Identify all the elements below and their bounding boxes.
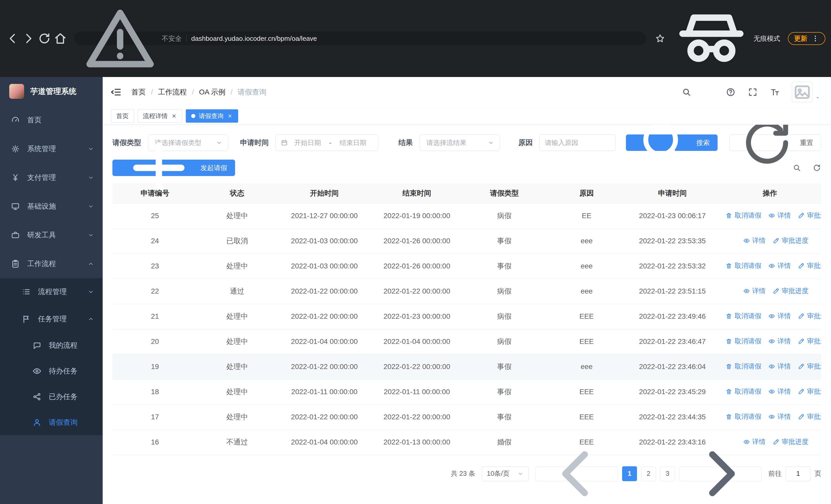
table-search-icon[interactable] bbox=[793, 164, 801, 172]
sidebar-item-workflow[interactable]: 工作流程 bbox=[0, 249, 103, 278]
sidebar-item-system[interactable]: 系统管理 bbox=[0, 135, 103, 163]
goto-page-input[interactable] bbox=[786, 466, 810, 481]
menu-dots-icon[interactable] bbox=[811, 35, 819, 42]
close-icon[interactable] bbox=[171, 113, 177, 119]
sidebar-item-payment[interactable]: 支付管理 bbox=[0, 163, 103, 192]
prev-page-button[interactable] bbox=[535, 466, 618, 481]
table-refresh-icon[interactable] bbox=[812, 164, 821, 172]
sidebar-item-done-tasks[interactable]: 已办任务 bbox=[0, 384, 103, 410]
back-icon[interactable] bbox=[6, 32, 20, 46]
progress-action-link[interactable]: 审批进度 bbox=[798, 211, 821, 220]
tag-tab[interactable]: 流程详情 bbox=[138, 109, 182, 123]
progress-action-link[interactable]: 审批进度 bbox=[773, 287, 808, 295]
sidebar-item-infra[interactable]: 基础设施 bbox=[0, 192, 103, 221]
cell-applied: 2022-01-22 23:53:35 bbox=[626, 228, 718, 254]
breadcrumb-item[interactable]: 工作流程 bbox=[158, 87, 187, 97]
sidebar-item-process-mgmt[interactable]: 流程管理 bbox=[0, 278, 103, 305]
detail-action-link[interactable]: 详情 bbox=[743, 287, 766, 295]
progress-action-link[interactable]: 审批进度 bbox=[798, 312, 821, 321]
date-range-picker[interactable]: 开始日期 - 结束日期 bbox=[276, 135, 378, 151]
search-button[interactable]: 搜索 bbox=[626, 135, 718, 151]
cancel-action-link[interactable]: 取消请假 bbox=[725, 337, 761, 346]
update-button[interactable]: 更新 bbox=[788, 32, 825, 45]
fullscreen-icon[interactable] bbox=[748, 87, 757, 97]
detail-action-link[interactable]: 详情 bbox=[768, 412, 791, 421]
help-icon[interactable] bbox=[726, 87, 736, 97]
close-icon[interactable] bbox=[227, 113, 233, 119]
sidebar-item-leave-query[interactable]: 请假查询 bbox=[0, 410, 103, 435]
user-avatar-menu[interactable] bbox=[792, 82, 820, 102]
progress-action-link[interactable]: 审批进度 bbox=[798, 362, 821, 371]
breadcrumb-item[interactable]: 首页 bbox=[132, 87, 146, 97]
progress-action-link[interactable]: 审批进度 bbox=[773, 437, 808, 446]
cancel-action-link[interactable]: 取消请假 bbox=[725, 362, 761, 371]
tag-tab[interactable]: 首页 bbox=[111, 109, 134, 123]
update-label: 更新 bbox=[794, 34, 807, 43]
address-bar[interactable]: 不安全 dashboard.yudao.iocoder.cn/bpm/oa/le… bbox=[75, 32, 646, 45]
chevron-down-icon bbox=[87, 145, 94, 152]
page-button-3[interactable]: 3 bbox=[660, 466, 675, 481]
breadcrumb-item[interactable]: OA 示例 bbox=[199, 87, 226, 97]
search-icon[interactable] bbox=[682, 87, 691, 97]
cancel-action-link[interactable]: 取消请假 bbox=[725, 312, 761, 321]
cell-id: 21 bbox=[112, 304, 197, 329]
progress-action-link[interactable]: 审批进度 bbox=[798, 412, 821, 421]
content: 请假类型 请选择请假类型 申请时间 开始日期 - 结束日期 结果 请选择流 bbox=[103, 125, 831, 504]
progress-action-link[interactable]: 审批进度 bbox=[773, 236, 808, 245]
detail-action-link[interactable]: 详情 bbox=[768, 387, 791, 396]
page-button-1[interactable]: 1 bbox=[622, 466, 637, 481]
sidebar-item-my-process[interactable]: 我的流程 bbox=[0, 333, 103, 358]
result-placeholder: 请选择流结果 bbox=[425, 138, 487, 147]
trash-icon bbox=[725, 413, 732, 420]
sidebar-item-todo-tasks[interactable]: 待办任务 bbox=[0, 358, 103, 384]
detail-action-link[interactable]: 详情 bbox=[743, 236, 766, 245]
reload-icon[interactable] bbox=[37, 32, 51, 46]
detail-action-link[interactable]: 详情 bbox=[768, 337, 791, 346]
cancel-action-link[interactable]: 取消请假 bbox=[725, 211, 761, 220]
font-size-icon[interactable] bbox=[770, 87, 780, 97]
incognito-icon bbox=[673, 0, 750, 77]
detail-action-link[interactable]: 详情 bbox=[768, 312, 791, 321]
page-size-select[interactable]: 10条/页 bbox=[482, 466, 529, 481]
tag-tab[interactable]: 请假查询 bbox=[186, 109, 238, 123]
forward-icon[interactable] bbox=[22, 32, 35, 46]
cell-type: 婚假 bbox=[462, 429, 547, 455]
sidebar-item-devtools[interactable]: 研发工具 bbox=[0, 221, 103, 249]
progress-action-link[interactable]: 审批进度 bbox=[798, 387, 821, 396]
result-select[interactable]: 请选择流结果 bbox=[420, 135, 500, 151]
breadcrumb-separator: / bbox=[230, 88, 232, 96]
cancel-action-link[interactable]: 取消请假 bbox=[725, 412, 761, 421]
sidebar-item-label: 流程管理 bbox=[38, 287, 67, 297]
reason-input[interactable] bbox=[545, 139, 610, 147]
cell-id: 25 bbox=[112, 203, 197, 228]
create-leave-button[interactable]: 发起请假 bbox=[112, 159, 235, 176]
github-icon[interactable] bbox=[704, 87, 713, 97]
home-icon[interactable] bbox=[53, 32, 67, 46]
sidebar-item-task-mgmt[interactable]: 任务管理 bbox=[0, 305, 103, 333]
detail-action-link[interactable]: 详情 bbox=[768, 211, 791, 220]
logo-row[interactable]: 芋道管理系统 bbox=[0, 77, 103, 106]
avatar[interactable] bbox=[792, 82, 812, 102]
progress-action-link[interactable]: 审批进度 bbox=[798, 337, 821, 346]
progress-action-link[interactable]: 审批进度 bbox=[798, 261, 821, 270]
warning-icon bbox=[82, 0, 159, 77]
bookmark-star-icon[interactable] bbox=[655, 33, 665, 43]
detail-action-link[interactable]: 详情 bbox=[768, 362, 791, 371]
cancel-action-link[interactable]: 取消请假 bbox=[725, 261, 761, 270]
security-chip[interactable]: 不安全 bbox=[82, 0, 182, 77]
cell-type: 病假 bbox=[462, 304, 547, 329]
cancel-action-link[interactable]: 取消请假 bbox=[725, 387, 761, 396]
pager-pages: 123 bbox=[622, 466, 675, 481]
flag-icon bbox=[22, 314, 31, 324]
reset-button[interactable]: 重置 bbox=[729, 135, 821, 151]
cell-status: 处理中 bbox=[197, 329, 277, 354]
cell-applied: 2022-01-22 23:49:46 bbox=[626, 304, 718, 329]
menu-fold-icon[interactable] bbox=[110, 87, 122, 98]
cell-applied: 2022-01-22 23:53:32 bbox=[626, 254, 718, 279]
next-page-button[interactable] bbox=[679, 466, 762, 481]
cell-type: 事假 bbox=[462, 405, 547, 429]
page-button-2[interactable]: 2 bbox=[641, 466, 656, 481]
sidebar-item-home[interactable]: 首页 bbox=[0, 106, 103, 135]
detail-action-link[interactable]: 详情 bbox=[768, 261, 791, 270]
sidebar-item-label: 基础设施 bbox=[27, 202, 56, 211]
